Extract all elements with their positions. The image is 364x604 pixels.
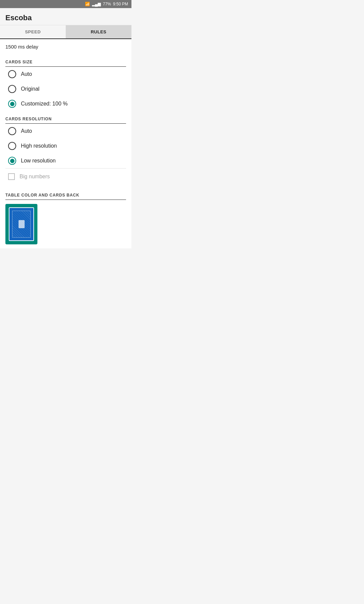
radio-option-auto-size[interactable]: Auto (0, 67, 131, 82)
cards-resolution-label: CARDS RESOLUTION (0, 111, 131, 123)
radio-option-customized-size[interactable]: Customized: 100 % (0, 96, 131, 111)
table-color-label: TABLE COLOR AND CARDS BACK (0, 187, 131, 200)
card-inner (9, 207, 34, 241)
card-pattern (12, 211, 31, 238)
radio-inner-customized (10, 102, 14, 106)
radio-label-high-res: High resolution (21, 143, 57, 149)
checkbox-box-big-numbers (8, 173, 15, 180)
checkbox-big-numbers[interactable]: Big numbers (0, 169, 131, 185)
app-bar: Escoba (0, 8, 131, 25)
wifi-icon: 📶 (85, 2, 90, 6)
app-title: Escoba (5, 13, 32, 22)
delay-value: 1500 ms delay (0, 39, 131, 54)
radio-label-auto-res: Auto (21, 128, 32, 134)
radio-circle-high-res (8, 142, 16, 150)
table-color-section: TABLE COLOR AND CARDS BACK (0, 185, 131, 248)
radio-label-original-size: Original (21, 86, 39, 92)
radio-circle-auto-size (8, 70, 16, 78)
content-area: 1500 ms delay CARDS SIZE Auto Original C… (0, 39, 131, 248)
radio-circle-original-size (8, 85, 16, 93)
tab-speed[interactable]: SPEED (0, 25, 66, 38)
status-bar: 📶 ▂▄▆ 77% 9:50 PM (0, 0, 131, 8)
radio-circle-low-res (8, 157, 16, 165)
tab-bar: SPEED RULES (0, 25, 131, 39)
radio-label-low-res: Low resolution (21, 158, 56, 164)
radio-label-auto-size: Auto (21, 71, 32, 77)
battery-level: 77% (103, 2, 111, 6)
radio-option-low-res[interactable]: Low resolution (0, 153, 131, 168)
radio-inner-low-res (10, 159, 14, 163)
radio-option-original-size[interactable]: Original (0, 82, 131, 96)
radio-circle-customized-size (8, 100, 16, 108)
radio-label-customized-size: Customized: 100 % (21, 101, 68, 107)
card-thumbnail[interactable] (5, 204, 37, 244)
radio-option-auto-res[interactable]: Auto (0, 124, 131, 139)
radio-circle-auto-res (8, 127, 16, 135)
card-thumbnail-area (0, 200, 131, 248)
card-center-symbol (19, 220, 25, 228)
time-display: 9:50 PM (113, 2, 128, 6)
tab-rules[interactable]: RULES (66, 25, 131, 38)
cards-size-label: CARDS SIZE (0, 54, 131, 66)
checkbox-label-big-numbers: Big numbers (20, 174, 50, 180)
radio-option-high-res[interactable]: High resolution (0, 139, 131, 153)
signal-icon: ▂▄▆ (92, 2, 101, 6)
